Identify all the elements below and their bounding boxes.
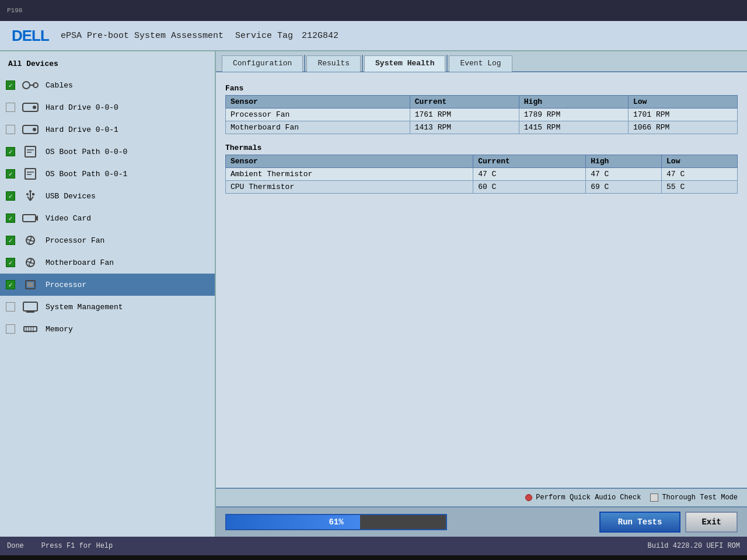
device-label-processor: Processor bbox=[46, 281, 86, 289]
fans-cell: Motherboard Fan bbox=[226, 121, 410, 134]
exit-button[interactable]: Exit bbox=[685, 512, 738, 533]
monitor-brand: HannsG bbox=[0, 555, 747, 560]
svg-point-24 bbox=[29, 261, 32, 264]
device-checkbox-sysmgmt bbox=[6, 302, 15, 312]
device-label-procfan: Processor Fan bbox=[46, 236, 104, 245]
svg-rect-36 bbox=[24, 327, 37, 331]
header: DELL ePSA Pre-boot System Assessment Ser… bbox=[0, 21, 747, 51]
service-tag: Service Tag 212G842 bbox=[235, 31, 338, 41]
device-checkbox-procfan: ✓ bbox=[6, 236, 15, 245]
device-label-cables: Cables bbox=[46, 81, 73, 90]
tab-results[interactable]: Results bbox=[306, 55, 361, 72]
device-icon-hd1 bbox=[20, 121, 41, 138]
device-icon-processor bbox=[20, 276, 41, 293]
device-checkbox-hd0 bbox=[6, 103, 15, 112]
device-checkbox-video: ✓ bbox=[6, 214, 15, 223]
sidebar-item-usb[interactable]: ✓USB Devices bbox=[0, 185, 215, 207]
status-bar: Done Press F1 for Help Build 4228.20 UEF… bbox=[0, 537, 747, 555]
sidebar-item-processor[interactable]: ✓Processor bbox=[0, 274, 215, 296]
sidebar: All Devices ✓CablesHard Drive 0-0-0Hard … bbox=[0, 51, 216, 537]
device-icon-usb bbox=[20, 188, 41, 204]
fans-col-high: High bbox=[519, 96, 628, 108]
sidebar-item-mbfan[interactable]: ✓Motherboard Fan bbox=[0, 251, 215, 274]
thorough-test-option[interactable]: Thorough Test Mode bbox=[650, 494, 738, 502]
header-title: ePSA Pre-boot System Assessment bbox=[61, 31, 224, 41]
tab-system-health[interactable]: System Health bbox=[364, 55, 445, 72]
status-help: Press F1 for Help bbox=[41, 542, 113, 550]
fans-cell: 1761 RPM bbox=[410, 108, 519, 121]
fans-col-current: Current bbox=[410, 96, 519, 108]
run-tests-button[interactable]: Run Tests bbox=[599, 512, 681, 533]
fans-row: Processor Fan1761 RPM1789 RPM1701 RPM bbox=[226, 108, 738, 121]
dell-logo: DELL bbox=[12, 27, 49, 45]
sidebar-item-hd1[interactable]: Hard Drive 0-0-1 bbox=[0, 118, 215, 141]
service-tag-value: 212G842 bbox=[302, 31, 338, 41]
tab-bar: ConfigurationResultsSystem HealthEvent L… bbox=[216, 51, 747, 72]
device-label-hd1: Hard Drive 0-0-1 bbox=[46, 125, 118, 134]
quick-audio-label: Perform Quick Audio Check bbox=[536, 494, 641, 502]
tab-separator-2 bbox=[362, 55, 363, 71]
device-icon-cables bbox=[20, 77, 41, 93]
build-info: Build 4228.20 UEFI ROM bbox=[648, 542, 740, 550]
fans-cell: Processor Fan bbox=[226, 108, 410, 121]
quick-audio-option[interactable]: Perform Quick Audio Check bbox=[525, 494, 641, 502]
status-done: Done bbox=[7, 542, 24, 550]
fans-cell: 1413 RPM bbox=[410, 121, 519, 134]
device-icon-mbfan bbox=[20, 254, 41, 271]
device-checkbox-osboot0: ✓ bbox=[6, 147, 15, 156]
device-icon-video bbox=[20, 210, 41, 226]
svg-rect-10 bbox=[25, 169, 36, 179]
device-checkbox-memory bbox=[6, 324, 15, 334]
thermals-col-sensor: Sensor bbox=[226, 155, 473, 168]
svg-point-17 bbox=[26, 193, 29, 195]
thermals-col-current: Current bbox=[473, 155, 586, 168]
thermals-cell: 47 C bbox=[586, 168, 662, 181]
thermals-cell: 69 C bbox=[586, 181, 662, 194]
fans-col-sensor: Sensor bbox=[226, 96, 410, 108]
fans-table: SensorCurrentHighLow Processor Fan1761 R… bbox=[225, 95, 738, 134]
device-label-osboot0: OS Boot Path 0-0-0 bbox=[46, 148, 127, 156]
thermals-table: SensorCurrentHighLow Ambient Thermistor4… bbox=[225, 155, 738, 194]
device-icon-sysmgmt bbox=[20, 299, 41, 315]
tab-configuration[interactable]: Configuration bbox=[222, 55, 303, 72]
svg-point-6 bbox=[33, 128, 36, 131]
tab-event-log[interactable]: Event Log bbox=[449, 55, 512, 72]
sidebar-item-osboot1[interactable]: ✓OS Boot Path 0-0-1 bbox=[0, 163, 215, 185]
device-icon-hd0 bbox=[20, 99, 41, 116]
top-bar-text: P198 bbox=[7, 7, 22, 14]
fans-cell: 1701 RPM bbox=[628, 108, 737, 121]
device-label-memory: Memory bbox=[46, 325, 73, 334]
content-area: Fans SensorCurrentHighLow Processor Fan1… bbox=[216, 72, 747, 488]
svg-point-16 bbox=[29, 190, 32, 192]
device-icon-osboot0 bbox=[20, 144, 41, 160]
svg-point-4 bbox=[33, 106, 36, 109]
sidebar-item-hd0[interactable]: Hard Drive 0-0-0 bbox=[0, 96, 215, 118]
thermals-row: CPU Thermistor60 C69 C55 C bbox=[226, 181, 738, 194]
progress-label: 61% bbox=[226, 517, 446, 527]
svg-rect-19 bbox=[23, 215, 36, 222]
progress-bar-container: 61% bbox=[225, 514, 447, 530]
svg-rect-33 bbox=[23, 302, 37, 311]
sidebar-item-memory[interactable]: Memory bbox=[0, 318, 215, 340]
sidebar-item-video[interactable]: ✓Video Card bbox=[0, 207, 215, 229]
main-container: All Devices ✓CablesHard Drive 0-0-0Hard … bbox=[0, 51, 747, 537]
device-icon-memory bbox=[20, 321, 41, 337]
device-label-mbfan: Motherboard Fan bbox=[46, 258, 114, 267]
svg-rect-26 bbox=[27, 282, 33, 287]
status-left: Done Press F1 for Help bbox=[7, 542, 113, 550]
device-label-osboot1: OS Boot Path 0-0-1 bbox=[46, 170, 127, 178]
device-icon-osboot1 bbox=[20, 166, 41, 182]
svg-rect-18 bbox=[32, 193, 34, 195]
fans-col-low: Low bbox=[628, 96, 737, 108]
sidebar-item-procfan[interactable]: ✓Processor Fan bbox=[0, 229, 215, 251]
sidebar-item-cables[interactable]: ✓Cables bbox=[0, 74, 215, 96]
sidebar-item-sysmgmt[interactable]: System Management bbox=[0, 296, 215, 318]
device-checkbox-cables: ✓ bbox=[6, 80, 15, 90]
sidebar-item-osboot0[interactable]: ✓OS Boot Path 0-0-0 bbox=[0, 141, 215, 163]
service-tag-label: Service Tag bbox=[235, 31, 293, 41]
checkbox-thorough-test bbox=[650, 494, 658, 502]
progress-row: 61% Run Tests Exit bbox=[216, 506, 747, 537]
device-list: ✓CablesHard Drive 0-0-0Hard Drive 0-0-1✓… bbox=[0, 74, 215, 340]
device-label-hd0: Hard Drive 0-0-0 bbox=[46, 103, 118, 112]
sidebar-title: All Devices bbox=[0, 56, 215, 74]
